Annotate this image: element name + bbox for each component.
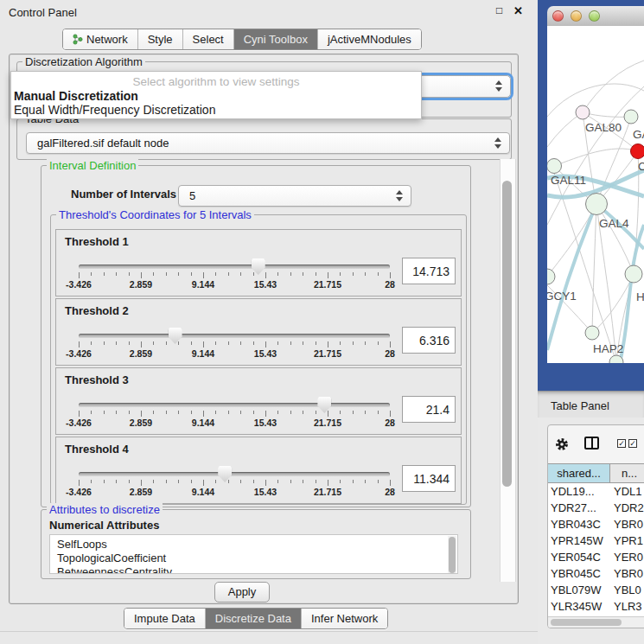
table-row[interactable]: YER054CYER0 — [548, 549, 644, 565]
interval-definition-label: Interval Definition — [47, 159, 138, 172]
node-gcy1[interactable] — [547, 269, 555, 284]
numerical-attributes-list[interactable]: SelfLoops TopologicalCoefficient Between… — [49, 534, 458, 574]
cell[interactable]: YBL079W — [548, 582, 610, 598]
tab-cyni-toolbox[interactable]: Cyni Toolbox — [234, 29, 318, 49]
popup-item-equal-width-frequency[interactable]: Equal Width/Frequency Discretization — [14, 103, 215, 117]
table-row[interactable]: YBR045CYBR0 — [548, 565, 644, 582]
tick-label: 21.715 — [314, 279, 341, 290]
combo-stepper-icon — [495, 80, 502, 92]
close-traffic-light[interactable] — [552, 10, 564, 22]
list-item[interactable]: TopologicalCoefficient — [50, 552, 457, 565]
cell[interactable]: YDL1 — [610, 483, 644, 500]
cell[interactable]: YBR0 — [610, 565, 644, 582]
cell[interactable]: YDR27... — [548, 500, 610, 516]
panel-title: Control Panel — [9, 6, 77, 19]
tab-infer-network[interactable]: Infer Network — [302, 609, 387, 628]
cell[interactable]: YLR3 — [610, 598, 644, 615]
table-header-row: shared... n... — [548, 463, 644, 483]
scrollbar-thumb[interactable] — [502, 181, 512, 487]
threshold-1-panel: Threshold 1 -3.426 2.859 9.144 15.43 21.… — [55, 229, 462, 296]
network-canvas[interactable]: GAL80 GA C GAL11 GAL4 GCY1 H HAP2 — [547, 26, 644, 363]
zoom-traffic-light[interactable] — [589, 10, 600, 22]
cell[interactable]: YER054C — [548, 549, 610, 565]
table-panel-titlebar: Table Panel — [538, 391, 644, 418]
gear-icon[interactable] — [554, 437, 570, 452]
discretization-algorithm-label: Discretization Algorithm — [22, 55, 145, 68]
tab-jactivemnodules[interactable]: jActiveMNodules — [318, 29, 421, 49]
threshold-2-slider[interactable]: -3.426 2.859 9.144 15.43 21.715 28 — [79, 299, 390, 365]
control-panel-titlebar: Control Panel □ ✕ — [0, 0, 538, 24]
cell[interactable]: YBR045C — [548, 565, 610, 582]
table-row[interactable]: YBL079WYBL0 — [548, 582, 644, 598]
network-edge — [592, 204, 596, 333]
cell[interactable]: YER0 — [610, 549, 644, 565]
close-panel-icon[interactable]: ✕ — [513, 4, 523, 17]
table-row[interactable]: YLR345WYLR3 — [548, 598, 644, 615]
node-label-gal80: GAL80 — [585, 121, 622, 134]
split-columns-icon[interactable] — [584, 437, 599, 450]
table-data-combobox[interactable]: galFiltered.sif default node — [26, 132, 510, 154]
tab-select[interactable]: Select — [183, 29, 234, 49]
tab-impute-data[interactable]: Impute Data — [124, 609, 206, 628]
threshold-3-value-field[interactable]: 21.4 — [402, 396, 456, 423]
checkbox-icon[interactable]: ✓ — [628, 439, 637, 448]
threshold-4-slider[interactable]: -3.426 2.859 9.144 15.43 21.715 28 — [79, 437, 390, 503]
node-gal11[interactable] — [547, 159, 562, 174]
list-scrollbar[interactable] — [448, 536, 456, 574]
cell[interactable]: YDL19... — [548, 483, 610, 500]
table-row[interactable]: YBR043CYBR0 — [548, 516, 644, 532]
number-of-intervals-combobox[interactable]: 5 — [178, 185, 411, 207]
network-window-titlebar[interactable] — [547, 6, 644, 27]
float-window-icon[interactable]: □ — [496, 4, 502, 16]
cell[interactable]: YBR0 — [610, 516, 644, 532]
slider-track[interactable] — [79, 334, 390, 338]
tab-style[interactable]: Style — [138, 29, 183, 49]
scrollbar-thumb[interactable] — [551, 619, 622, 626]
node-hap2[interactable] — [585, 326, 599, 340]
column-header-shared[interactable]: shared... — [548, 464, 610, 482]
cell[interactable]: YPR1 — [610, 532, 644, 549]
popup-item-manual-discretization[interactable]: Manual Discretization — [14, 89, 138, 103]
node-label-partial-low-right: H — [636, 290, 644, 303]
tab-network[interactable]: Network — [63, 29, 138, 49]
threshold-1-slider[interactable]: -3.426 2.859 9.144 15.43 21.715 28 — [79, 230, 390, 296]
threshold-3-slider[interactable]: -3.426 2.859 9.144 15.43 21.715 28 — [79, 368, 390, 434]
node-partial-top-right[interactable] — [624, 110, 638, 124]
tick-label: 21.715 — [314, 487, 341, 497]
threshold-2-value-field[interactable]: 6.316 — [402, 327, 456, 354]
node-selected-red[interactable] — [631, 144, 644, 159]
table-horizontal-scrollbar[interactable] — [548, 616, 644, 628]
table-row[interactable]: YDL19...YDL1 — [548, 483, 644, 500]
cell[interactable]: YBL0 — [610, 582, 644, 598]
node-gal80[interactable] — [576, 105, 590, 119]
node-label-gal11: GAL11 — [551, 174, 586, 187]
cell[interactable]: YDR2 — [610, 500, 644, 516]
threshold-1-value-field[interactable]: 14.713 — [402, 258, 456, 284]
table-row[interactable]: YDR27...YDR2 — [548, 500, 644, 516]
cell[interactable]: YLR345W — [548, 598, 610, 615]
tick-label: 15.43 — [254, 487, 277, 497]
slider-track[interactable] — [79, 265, 390, 269]
node-label-partial-mid-right: C — [638, 160, 644, 173]
list-item[interactable]: BetweennessCentrality — [50, 565, 457, 574]
threshold-4-value-field[interactable]: 11.344 — [402, 465, 456, 492]
network-icon — [73, 34, 83, 45]
panel-scrollbar[interactable] — [500, 159, 516, 582]
tick-label: 28 — [385, 418, 395, 428]
column-header-name[interactable]: n... — [610, 464, 644, 482]
node-partial-low-right[interactable] — [625, 265, 642, 283]
list-item[interactable]: SelfLoops — [50, 538, 457, 552]
table-row[interactable]: YPR145WYPR1 — [548, 532, 644, 549]
slider-track[interactable] — [79, 403, 390, 407]
checkbox-icon[interactable]: ✓ — [617, 439, 626, 448]
cell[interactable]: YPR145W — [548, 532, 610, 549]
threshold-3-panel: Threshold 3 -3.426 2.859 9.144 15.43 21.… — [55, 367, 462, 435]
algorithm-prompt: Select algorithm to view settings — [11, 75, 421, 88]
node-gal4[interactable] — [586, 194, 608, 215]
tick-label: 15.43 — [254, 348, 277, 359]
apply-button[interactable]: Apply — [214, 582, 270, 603]
tab-discretize-data[interactable]: Discretize Data — [206, 609, 302, 628]
cell[interactable]: YBR043C — [548, 516, 610, 532]
slider-track[interactable] — [79, 472, 390, 476]
minimize-traffic-light[interactable] — [571, 10, 582, 22]
